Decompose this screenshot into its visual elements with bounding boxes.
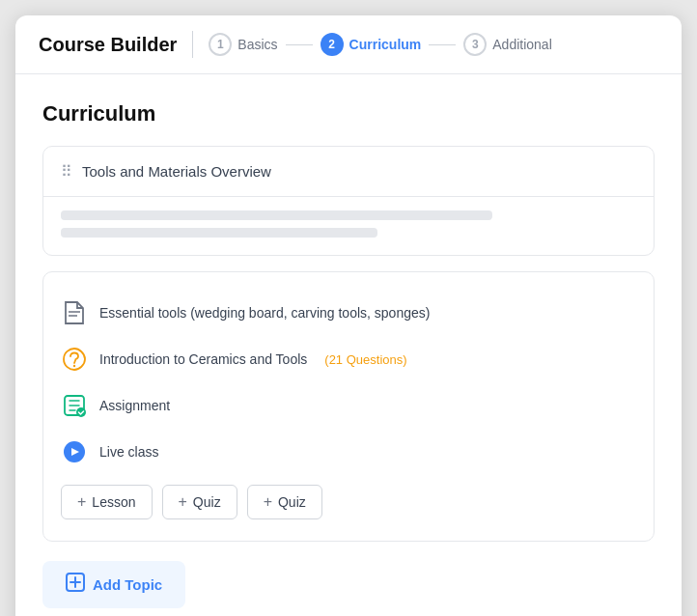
step-curriculum[interactable]: 2 Curriculum: [321, 33, 422, 56]
list-item: Introduction to Ceramics and Tools (21 Q…: [61, 336, 636, 382]
lessons-card: Essential tools (wedging board, carving …: [42, 271, 655, 542]
plus-icon-quiz-2: +: [264, 493, 272, 511]
add-lesson-button[interactable]: + Lesson: [61, 485, 153, 519]
add-topic-button[interactable]: Add Topic: [42, 561, 185, 608]
lesson-text-4: Live class: [99, 444, 158, 460]
lesson-text-1: Essential tools (wedging board, carving …: [99, 305, 430, 321]
lesson-text-2: Introduction to Ceramics and Tools: [99, 351, 307, 367]
add-topic-label: Add Topic: [93, 576, 162, 593]
step-2-circle: 2: [321, 33, 344, 56]
step-dash-1: [286, 44, 313, 45]
add-quiz-button-1[interactable]: + Quiz: [162, 485, 237, 519]
plus-icon-lesson: +: [77, 493, 86, 511]
header: Course Builder 1 Basics 2 Curriculum: [15, 15, 682, 74]
step-1-circle: 1: [209, 33, 232, 56]
lesson-icon: [61, 299, 88, 326]
header-divider: [192, 31, 193, 58]
add-topic-icon: [66, 573, 85, 597]
list-item: Essential tools (wedging board, carving …: [61, 290, 636, 336]
plus-icon-quiz-1: +: [179, 493, 187, 511]
app-title: Course Builder: [39, 34, 177, 56]
lesson-text-3: Assignment: [99, 398, 170, 413]
placeholder-line-2: [61, 228, 377, 238]
steps-nav: 1 Basics 2 Curriculum 3 Additional: [209, 33, 551, 56]
step-3-circle: 3: [463, 33, 487, 56]
course-builder-window: Course Builder 1 Basics 2 Curriculum: [15, 15, 682, 616]
step-basics[interactable]: 1 Basics: [209, 33, 277, 56]
step-3-label: Additional: [492, 37, 552, 52]
step-additional[interactable]: 3 Additional: [463, 33, 552, 56]
topic-placeholder: [43, 197, 654, 255]
placeholder-line-1: [61, 210, 492, 220]
page-title: Curriculum: [42, 101, 655, 126]
add-buttons-row: + Lesson + Quiz + Quiz: [61, 475, 636, 523]
drag-handle-icon[interactable]: ⠿: [61, 162, 72, 181]
topic-name: Tools and Materials Overview: [82, 163, 271, 180]
quiz-question-count: (21 Questions): [324, 352, 406, 367]
live-class-icon: [61, 438, 88, 465]
add-quiz-button-2[interactable]: + Quiz: [247, 485, 322, 519]
svg-point-2: [73, 365, 75, 367]
list-item: Assignment: [61, 382, 636, 429]
assignment-icon: [61, 392, 88, 419]
main-content: Curriculum ⠿ Tools and Materials Overvie…: [15, 74, 682, 616]
step-1-label: Basics: [237, 37, 277, 52]
topic-header[interactable]: ⠿ Tools and Materials Overview: [43, 147, 654, 197]
step-2-label: Curriculum: [349, 37, 422, 52]
topic-card-overview: ⠿ Tools and Materials Overview: [42, 146, 655, 256]
step-dash-2: [429, 44, 456, 45]
quiz-icon: [61, 346, 88, 373]
list-item: Live class: [61, 429, 636, 475]
svg-point-4: [76, 407, 86, 417]
